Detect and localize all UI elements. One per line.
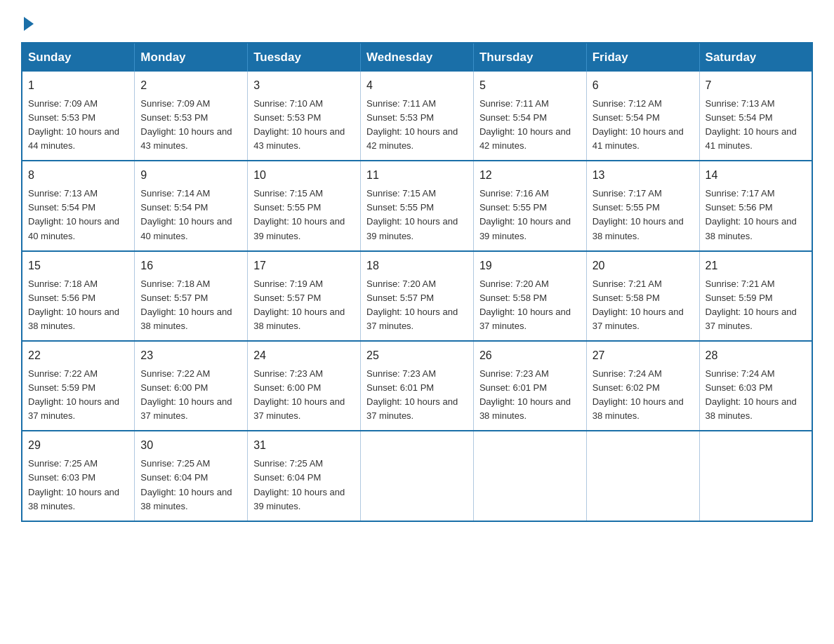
sunrise-label: Sunrise: 7:18 AM [28, 279, 98, 289]
day-number: 27 [593, 347, 694, 365]
sunrise-label: Sunrise: 7:22 AM [28, 368, 98, 379]
day-number: 29 [28, 437, 128, 455]
calendar-cell: 31 Sunrise: 7:25 AM Sunset: 6:04 PM Dayl… [248, 431, 361, 521]
weekday-header-friday: Friday [586, 43, 699, 72]
sunrise-label: Sunrise: 7:15 AM [366, 188, 436, 199]
calendar-cell: 25 Sunrise: 7:23 AM Sunset: 6:01 PM Dayl… [361, 341, 474, 431]
sunrise-label: Sunrise: 7:25 AM [28, 458, 98, 469]
daylight-label: Daylight: 10 hours and 37 minutes. [366, 307, 458, 331]
calendar-cell: 5 Sunrise: 7:11 AM Sunset: 5:54 PM Dayli… [473, 72, 586, 161]
daylight-label: Daylight: 10 hours and 37 minutes. [140, 396, 232, 421]
calendar-week-3: 15 Sunrise: 7:18 AM Sunset: 5:56 PM Dayl… [22, 251, 812, 341]
daylight-label: Daylight: 10 hours and 38 minutes. [140, 307, 232, 331]
daylight-label: Daylight: 10 hours and 37 minutes. [479, 307, 571, 331]
daylight-label: Daylight: 10 hours and 37 minutes. [593, 307, 684, 331]
sunset-label: Sunset: 6:00 PM [140, 382, 208, 393]
sunset-label: Sunset: 6:01 PM [366, 382, 434, 393]
day-number: 5 [479, 77, 581, 95]
weekday-header-tuesday: Tuesday [248, 43, 361, 72]
day-number: 20 [593, 257, 694, 275]
daylight-label: Daylight: 10 hours and 38 minutes. [28, 487, 119, 511]
day-number: 28 [706, 347, 806, 365]
calendar-week-1: 1 Sunrise: 7:09 AM Sunset: 5:53 PM Dayli… [22, 72, 812, 161]
sunrise-label: Sunrise: 7:21 AM [593, 279, 662, 289]
sunset-label: Sunset: 5:53 PM [253, 112, 321, 123]
sunset-label: Sunset: 5:58 PM [479, 293, 547, 303]
calendar-week-4: 22 Sunrise: 7:22 AM Sunset: 5:59 PM Dayl… [22, 341, 812, 431]
daylight-label: Daylight: 10 hours and 39 minutes. [253, 216, 345, 241]
daylight-label: Daylight: 10 hours and 39 minutes. [253, 487, 345, 511]
day-number: 3 [253, 77, 355, 95]
sunrise-label: Sunrise: 7:17 AM [593, 188, 662, 199]
daylight-label: Daylight: 10 hours and 39 minutes. [479, 216, 571, 241]
day-number: 26 [479, 347, 581, 365]
sunrise-label: Sunrise: 7:15 AM [253, 188, 323, 199]
sunrise-label: Sunrise: 7:20 AM [366, 279, 436, 289]
calendar-cell [699, 431, 812, 521]
calendar-cell: 29 Sunrise: 7:25 AM Sunset: 6:03 PM Dayl… [22, 431, 135, 521]
daylight-label: Daylight: 10 hours and 38 minutes. [706, 216, 797, 241]
day-number: 10 [253, 167, 355, 185]
sunset-label: Sunset: 5:55 PM [593, 202, 660, 213]
day-number: 30 [140, 437, 241, 455]
weekday-header-monday: Monday [135, 43, 248, 72]
calendar-cell: 28 Sunrise: 7:24 AM Sunset: 6:03 PM Dayl… [699, 341, 812, 431]
calendar-cell [473, 431, 586, 521]
weekday-header-sunday: Sunday [22, 43, 135, 72]
daylight-label: Daylight: 10 hours and 41 minutes. [593, 126, 684, 151]
sunset-label: Sunset: 5:54 PM [28, 202, 95, 213]
daylight-label: Daylight: 10 hours and 41 minutes. [706, 126, 797, 151]
sunset-label: Sunset: 6:04 PM [253, 472, 321, 483]
calendar-cell: 22 Sunrise: 7:22 AM Sunset: 5:59 PM Dayl… [22, 341, 135, 431]
calendar-cell: 24 Sunrise: 7:23 AM Sunset: 6:00 PM Dayl… [248, 341, 361, 431]
sunrise-label: Sunrise: 7:25 AM [140, 458, 210, 469]
daylight-label: Daylight: 10 hours and 38 minutes. [479, 396, 571, 421]
page-header [21, 14, 813, 28]
day-number: 16 [140, 257, 241, 275]
sunset-label: Sunset: 5:53 PM [140, 112, 208, 123]
weekday-header-wednesday: Wednesday [361, 43, 474, 72]
calendar-cell: 4 Sunrise: 7:11 AM Sunset: 5:53 PM Dayli… [361, 72, 474, 161]
sunset-label: Sunset: 5:59 PM [706, 293, 773, 303]
sunrise-label: Sunrise: 7:19 AM [253, 279, 323, 289]
logo-arrow-icon [24, 17, 34, 31]
sunset-label: Sunset: 5:58 PM [593, 293, 660, 303]
calendar-cell: 3 Sunrise: 7:10 AM Sunset: 5:53 PM Dayli… [248, 72, 361, 161]
day-number: 4 [366, 77, 468, 95]
calendar-cell: 11 Sunrise: 7:15 AM Sunset: 5:55 PM Dayl… [361, 161, 474, 250]
calendar-week-2: 8 Sunrise: 7:13 AM Sunset: 5:54 PM Dayli… [22, 161, 812, 250]
sunrise-label: Sunrise: 7:17 AM [706, 188, 775, 199]
calendar-cell: 2 Sunrise: 7:09 AM Sunset: 5:53 PM Dayli… [135, 72, 248, 161]
weekday-header-thursday: Thursday [473, 43, 586, 72]
sunrise-label: Sunrise: 7:13 AM [28, 188, 98, 199]
day-number: 15 [28, 257, 128, 275]
day-number: 31 [253, 437, 355, 455]
daylight-label: Daylight: 10 hours and 43 minutes. [140, 126, 232, 151]
calendar-cell: 12 Sunrise: 7:16 AM Sunset: 5:55 PM Dayl… [473, 161, 586, 250]
day-number: 6 [593, 77, 694, 95]
day-number: 11 [366, 167, 468, 185]
day-number: 8 [28, 167, 128, 185]
sunrise-label: Sunrise: 7:21 AM [706, 279, 775, 289]
logo [21, 14, 34, 28]
sunset-label: Sunset: 5:53 PM [366, 112, 434, 123]
calendar-cell: 10 Sunrise: 7:15 AM Sunset: 5:55 PM Dayl… [248, 161, 361, 250]
daylight-label: Daylight: 10 hours and 38 minutes. [28, 307, 119, 331]
day-number: 24 [253, 347, 355, 365]
day-number: 23 [140, 347, 241, 365]
daylight-label: Daylight: 10 hours and 38 minutes. [706, 396, 797, 421]
day-number: 19 [479, 257, 581, 275]
sunrise-label: Sunrise: 7:11 AM [479, 98, 549, 109]
sunset-label: Sunset: 5:57 PM [253, 293, 321, 303]
sunrise-label: Sunrise: 7:16 AM [479, 188, 549, 199]
calendar-cell: 13 Sunrise: 7:17 AM Sunset: 5:55 PM Dayl… [586, 161, 699, 250]
day-number: 14 [706, 167, 806, 185]
daylight-label: Daylight: 10 hours and 39 minutes. [366, 216, 458, 241]
daylight-label: Daylight: 10 hours and 40 minutes. [28, 216, 119, 241]
day-number: 7 [706, 77, 806, 95]
sunrise-label: Sunrise: 7:24 AM [706, 368, 775, 379]
sunrise-label: Sunrise: 7:14 AM [140, 188, 210, 199]
calendar-cell: 8 Sunrise: 7:13 AM Sunset: 5:54 PM Dayli… [22, 161, 135, 250]
day-number: 22 [28, 347, 128, 365]
sunrise-label: Sunrise: 7:18 AM [140, 279, 210, 289]
